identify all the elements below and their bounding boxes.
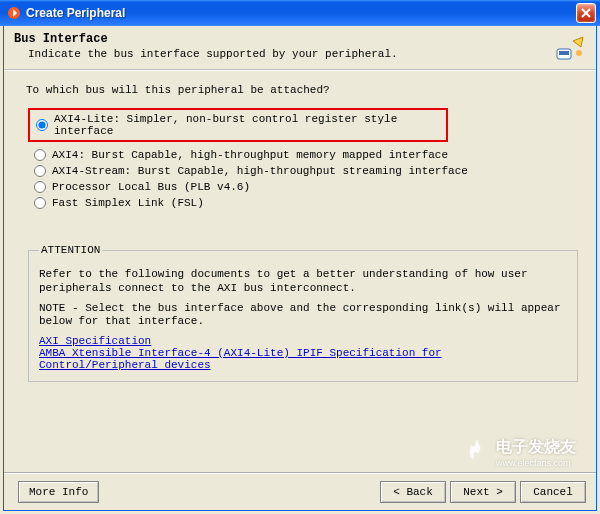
svg-point-3 xyxy=(576,50,582,56)
page-title: Bus Interface xyxy=(14,32,586,46)
radio-label: Processor Local Bus (PLB v4.6) xyxy=(52,181,250,193)
close-icon xyxy=(581,8,591,18)
window-title: Create Peripheral xyxy=(26,6,576,20)
radio-input-axi4-stream[interactable] xyxy=(34,165,46,177)
bus-options-group: AXI4-Lite: Simpler, non-burst control re… xyxy=(30,108,580,210)
highlight-box: AXI4-Lite: Simpler, non-burst control re… xyxy=(28,108,448,142)
wizard-body: To which bus will this peripheral be att… xyxy=(4,70,596,472)
radio-fsl[interactable]: Fast Simplex Link (FSL) xyxy=(30,196,580,210)
radio-label: AXI4: Burst Capable, high-throughput mem… xyxy=(52,149,448,161)
back-button[interactable]: < Back xyxy=(380,481,446,503)
attention-legend: ATTENTION xyxy=(39,244,102,256)
radio-input-fsl[interactable] xyxy=(34,197,46,209)
attention-para2: NOTE - Select the bus interface above an… xyxy=(39,302,567,330)
svg-rect-2 xyxy=(559,51,569,55)
wizard-footer: More Info < Back Next > Cancel xyxy=(4,472,596,510)
app-icon xyxy=(6,5,22,21)
client-area: Bus Interface Indicate the bus interface… xyxy=(3,26,597,511)
cancel-button[interactable]: Cancel xyxy=(520,481,586,503)
more-info-button[interactable]: More Info xyxy=(18,481,99,503)
radio-input-plb[interactable] xyxy=(34,181,46,193)
title-bar: Create Peripheral xyxy=(0,0,600,26)
radio-input-axi4[interactable] xyxy=(34,149,46,161)
radio-axi4-stream[interactable]: AXI4-Stream: Burst Capable, high-through… xyxy=(30,164,580,178)
page-subtitle: Indicate the bus interface supported by … xyxy=(14,48,586,60)
attention-para1: Refer to the following documents to get … xyxy=(39,268,567,296)
radio-label: AXI4-Lite: Simpler, non-burst control re… xyxy=(54,113,442,137)
radio-axi4-lite[interactable]: AXI4-Lite: Simpler, non-burst control re… xyxy=(32,112,444,138)
radio-plb[interactable]: Processor Local Bus (PLB v4.6) xyxy=(30,180,580,194)
radio-label: AXI4-Stream: Burst Capable, high-through… xyxy=(52,165,468,177)
link-axi4lite-ipif-spec[interactable]: AMBA Xtensible Interface-4 (AXI4-Lite) I… xyxy=(39,347,442,371)
wizard-header: Bus Interface Indicate the bus interface… xyxy=(4,26,596,70)
attention-group: ATTENTION Refer to the following documen… xyxy=(28,244,578,382)
close-button[interactable] xyxy=(576,3,596,23)
wizard-icon xyxy=(552,30,588,66)
link-axi-spec[interactable]: AXI Specification xyxy=(39,335,151,347)
next-button[interactable]: Next > xyxy=(450,481,516,503)
radio-axi4[interactable]: AXI4: Burst Capable, high-throughput mem… xyxy=(30,148,580,162)
radio-label: Fast Simplex Link (FSL) xyxy=(52,197,204,209)
question-label: To which bus will this peripheral be att… xyxy=(26,84,580,96)
radio-input-axi4-lite[interactable] xyxy=(36,119,48,131)
